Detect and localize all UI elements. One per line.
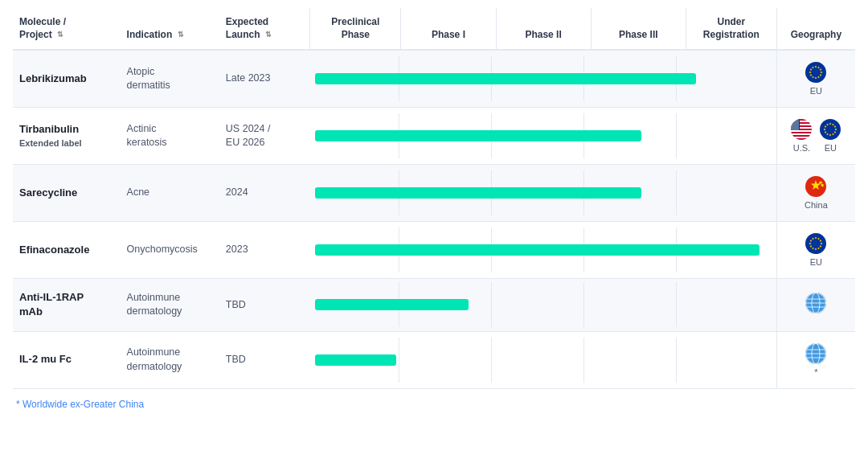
svg-point-61 — [795, 129, 796, 129]
svg-point-31 — [795, 119, 796, 120]
geo-item-china: China — [805, 176, 828, 210]
phase-col-4 — [676, 56, 764, 101]
phases-cell — [310, 50, 777, 108]
phase-col-3 — [583, 282, 676, 327]
col-header-phase1: Phase I — [401, 8, 496, 50]
geography-icons-wrap: China — [784, 176, 849, 210]
svg-rect-23 — [791, 132, 812, 133]
china-icon — [805, 176, 826, 199]
svg-point-43 — [798, 122, 799, 123]
svg-point-47 — [796, 124, 797, 125]
launch-cell: TBD — [219, 331, 310, 388]
phases-cell — [310, 222, 777, 279]
world-icon — [805, 343, 826, 366]
phase-col-4 — [676, 282, 764, 327]
svg-rect-26 — [791, 137, 812, 138]
sort-icon-indication[interactable]: ⇅ — [178, 31, 184, 40]
geo-item-world: * — [805, 343, 826, 377]
eu-icon — [805, 62, 826, 84]
world-icon — [805, 293, 826, 315]
us-icon — [791, 119, 812, 141]
svg-rect-15 — [791, 119, 812, 121]
phase-col-1 — [399, 113, 491, 158]
svg-point-62 — [796, 129, 797, 129]
table-row: IL-2 mu FcAutoinmune dermatologyTBD * — [13, 331, 855, 388]
svg-point-45 — [793, 124, 794, 125]
indication-cell: Autoinmune dermatology — [121, 331, 219, 388]
phase-col-3 — [583, 56, 676, 101]
geo-item-eu: EU — [820, 119, 841, 153]
indication-cell: Actinic keratosis — [121, 108, 219, 165]
phase-col-0 — [310, 113, 399, 158]
launch-cell: 2024 — [219, 165, 310, 222]
svg-point-58 — [798, 127, 799, 128]
phase-col-2 — [491, 338, 583, 383]
svg-point-81 — [805, 233, 826, 254]
sort-icon-molecule[interactable]: ⇅ — [57, 31, 63, 40]
phase-col-2 — [491, 56, 583, 101]
table-row: SarecyclineAcne2024 China — [13, 165, 855, 222]
indication-cell: Acne — [121, 165, 219, 222]
phase-col-3 — [583, 227, 676, 272]
svg-point-30 — [793, 119, 794, 120]
svg-point-34 — [792, 121, 792, 121]
geography-cell — [776, 279, 855, 331]
geography-cell: * — [776, 331, 855, 388]
svg-point-32 — [796, 119, 797, 120]
svg-rect-25 — [791, 135, 812, 137]
phase-col-4 — [676, 113, 764, 158]
geography-cell: EU — [776, 222, 855, 279]
phase-col-3 — [583, 338, 676, 383]
col-header-phase2: Phase II — [496, 8, 591, 50]
phase-col-2 — [491, 282, 583, 327]
svg-point-57 — [796, 127, 797, 128]
geography-icons-wrap: EU — [784, 62, 849, 96]
phase-col-0 — [310, 170, 399, 215]
svg-point-51 — [795, 125, 796, 126]
eu-icon — [820, 119, 841, 141]
svg-point-54 — [792, 127, 792, 128]
svg-point-36 — [795, 121, 796, 121]
phase-col-3 — [583, 113, 676, 158]
geo-item-eu: EU — [805, 62, 826, 96]
col-header-launch: Expected Launch ⇅ — [219, 8, 310, 50]
molecule-cell: Anti-IL-1RAPmAb — [13, 279, 121, 331]
geo-item-world — [805, 293, 826, 317]
table-row: Anti-IL-1RAPmAbAutoinmune dermatologyTBD — [13, 279, 855, 331]
phase-col-3 — [583, 170, 676, 215]
svg-point-55 — [793, 127, 794, 128]
phase-col-1 — [399, 227, 491, 272]
svg-point-39 — [792, 122, 792, 123]
svg-point-60 — [793, 129, 794, 129]
table-row: LebrikizumabAtopic dermatitisLate 2023 E… — [13, 50, 855, 108]
indication-cell: Autoinmune dermatology — [121, 279, 219, 331]
svg-point-56 — [795, 127, 796, 128]
geography-cell: China — [776, 165, 855, 222]
svg-rect-27 — [791, 138, 812, 140]
svg-point-40 — [793, 122, 794, 123]
geography-cell: U.S. EU — [776, 108, 855, 165]
geo-label: EU — [810, 257, 822, 267]
col-header-preclinical: Preclinical Phase — [310, 8, 401, 50]
indication-cell: Onychomycosis — [121, 222, 219, 279]
phase-col-2 — [491, 227, 583, 272]
svg-point-49 — [792, 125, 792, 126]
svg-rect-24 — [791, 133, 812, 135]
launch-cell: US 2024 / EU 2026 — [219, 108, 310, 165]
col-header-molecule: Molecule / Project ⇅ — [13, 8, 121, 50]
svg-point-59 — [792, 129, 792, 129]
col-header-phase3: Phase III — [591, 8, 686, 50]
svg-point-53 — [798, 125, 799, 126]
svg-point-38 — [798, 121, 799, 121]
launch-cell: 2023 — [219, 222, 310, 279]
svg-point-29 — [792, 119, 792, 120]
geo-label: U.S. — [793, 143, 810, 153]
geography-icons-wrap: * — [784, 343, 849, 377]
svg-point-35 — [793, 121, 794, 121]
sort-icon-launch[interactable]: ⇅ — [265, 31, 272, 40]
geo-item-us: U.S. — [791, 119, 812, 153]
svg-point-0 — [805, 62, 826, 83]
header-row: Molecule / Project ⇅ Indication ⇅ Expect… — [13, 8, 855, 50]
launch-cell: Late 2023 — [219, 50, 310, 108]
phase-col-2 — [491, 170, 583, 215]
